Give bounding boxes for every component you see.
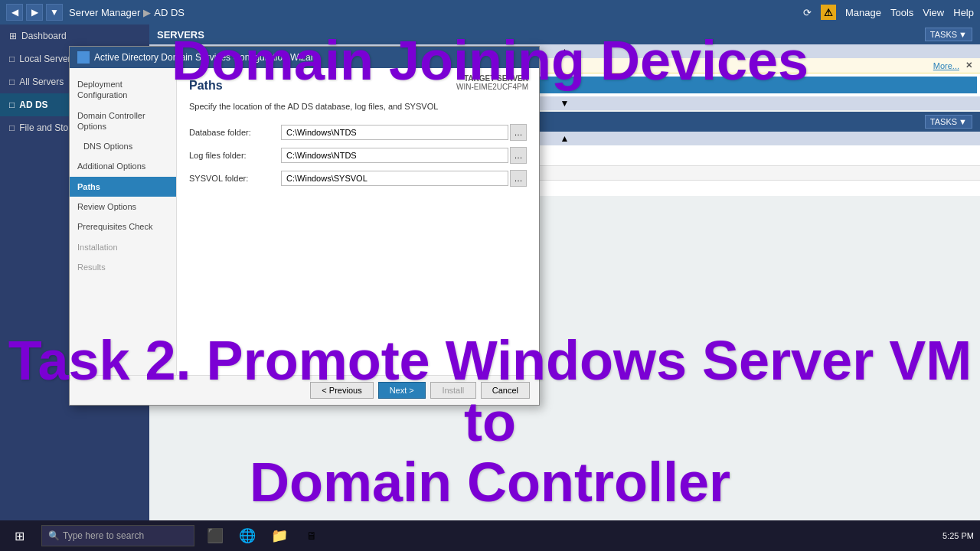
server-manager-taskbar[interactable]: 🖥: [297, 520, 326, 551]
sidebar-label-local-server: Local Server: [19, 54, 70, 64]
breadcrumb: Server Manager ▶ AD DS: [69, 7, 185, 18]
services-tasks-button[interactable]: TASKS ▼: [925, 115, 972, 129]
back-button[interactable]: ◀: [6, 4, 23, 21]
taskbar-tray: 5:25 PM: [942, 531, 980, 540]
dialog-body: Deployment Configuration Domain Controll…: [70, 68, 539, 375]
forward-button[interactable]: ▶: [26, 4, 43, 21]
sidebar-label-all-servers: All Servers: [19, 77, 64, 87]
logfiles-folder-label: Log files folder:: [189, 151, 281, 160]
refresh-icon[interactable]: ⟳: [803, 7, 812, 18]
wizard-nav: Deployment Configuration Domain Controll…: [70, 68, 177, 375]
next-button[interactable]: Next >: [378, 382, 426, 399]
dialog-footer: < Previous Next > Install Cancel: [70, 375, 539, 405]
target-label: TARGET SERVER: [456, 74, 528, 83]
help-menu[interactable]: Help: [953, 7, 974, 18]
servers-title: SERVERS: [157, 29, 204, 41]
services-tasks-icon: ▼: [959, 117, 967, 126]
database-folder-input[interactable]: [281, 125, 508, 140]
database-folder-label: Database folder:: [189, 128, 281, 137]
local-server-icon: □: [9, 54, 15, 64]
sysvol-browse-button[interactable]: …: [510, 170, 527, 187]
sidebar-item-dashboard[interactable]: ⊞ Dashboard: [0, 24, 149, 47]
wizard-content: TARGET SERVER WIN-EIME2UCF4PM Paths Spec…: [177, 68, 539, 375]
install-button: Install: [430, 382, 476, 399]
wizard-step-dc-options[interactable]: Domain Controller Options: [70, 106, 176, 137]
wizard-step-paths[interactable]: Paths: [70, 177, 176, 197]
breadcrumb-sep: ▶: [143, 7, 151, 18]
taskbar: ⊞ 🔍 Type here to search ⬛ 🌐 📁 🖥 5:25 PM: [0, 520, 980, 551]
wizard-step-prereq[interactable]: Prerequisites Check: [70, 217, 176, 236]
wizard-step-results: Results: [70, 257, 176, 277]
app-title: Server Manager: [69, 7, 140, 18]
section-title: AD DS: [154, 7, 185, 18]
title-bar: ◀ ▶ ▼ Server Manager ▶ AD DS ⟳ ⚠ Manage …: [0, 0, 980, 24]
wizard-step-install: Installation: [70, 237, 176, 257]
dialog-title-bar: Active Directory Domain Services Configu…: [70, 47, 539, 68]
dialog-title-text: Active Directory Domain Services Configu…: [94, 52, 318, 63]
wizard-step-additional[interactable]: Additional Options: [70, 156, 176, 176]
sidebar-label-file-storage: File and Sto...: [19, 122, 76, 133]
wizard-step-dns[interactable]: DNS Options: [70, 136, 176, 156]
sidebar-label-adds: AD DS: [19, 99, 47, 110]
servers-toolbar: TASKS ▼: [925, 28, 972, 41]
tasks-dropdown-icon: ▼: [959, 30, 967, 39]
wizard-description: Specify the location of the AD DS databa…: [189, 100, 527, 113]
database-browse-button[interactable]: …: [510, 124, 527, 141]
target-server-name: WIN-EIME2UCF4PM: [456, 83, 528, 91]
manage-menu[interactable]: Manage: [845, 7, 881, 18]
previous-button[interactable]: < Previous: [310, 382, 373, 399]
more-link[interactable]: More...: [933, 61, 959, 70]
adds-icon: □: [9, 99, 15, 110]
tools-menu[interactable]: Tools: [890, 7, 913, 18]
notification-close[interactable]: ✕: [965, 60, 972, 70]
logfiles-browse-button[interactable]: …: [510, 147, 527, 164]
title-bar-actions: ⟳ ⚠ Manage Tools View Help: [803, 5, 974, 20]
dialog-title-icon: [77, 51, 90, 64]
explorer-button[interactable]: 📁: [265, 520, 294, 551]
taskbar-pinned-icons: ⬛ 🌐 📁 🖥: [201, 520, 326, 551]
dropdown-button[interactable]: ▼: [46, 4, 63, 21]
database-folder-row: Database folder: …: [189, 124, 527, 141]
file-storage-icon: □: [9, 122, 15, 133]
view-menu[interactable]: View: [923, 7, 944, 18]
taskview-button[interactable]: ⬛: [201, 520, 230, 551]
dashboard-icon: ⊞: [9, 31, 17, 41]
sysvol-folder-input[interactable]: [281, 171, 508, 186]
logfiles-folder-input[interactable]: [281, 148, 508, 163]
sysvol-folder-label: SYSVOL folder:: [189, 174, 281, 183]
logfiles-folder-row: Log files folder: …: [189, 147, 527, 164]
addsconfig-dialog: Active Directory Domain Services Configu…: [69, 46, 540, 406]
alert-icon: ⚠: [821, 5, 836, 20]
cancel-button[interactable]: Cancel: [481, 382, 530, 399]
search-icon: 🔍: [48, 530, 60, 541]
clock: 5:25 PM: [942, 531, 974, 540]
wizard-step-review[interactable]: Review Options: [70, 197, 176, 217]
sysvol-folder-row: SYSVOL folder: …: [189, 170, 527, 187]
servers-tasks-button[interactable]: TASKS ▼: [925, 28, 972, 41]
search-placeholder: Type here to search: [63, 530, 144, 541]
taskbar-search-bar[interactable]: 🔍 Type here to search: [41, 525, 194, 546]
all-servers-icon: □: [9, 77, 15, 87]
target-server-info: TARGET SERVER WIN-EIME2UCF4PM: [456, 74, 528, 91]
wizard-step-deployment[interactable]: Deployment Configuration: [70, 74, 176, 106]
start-button[interactable]: ⊞: [0, 520, 38, 551]
sidebar-label-dashboard: Dashboard: [21, 31, 67, 41]
servers-header: SERVERS TASKS ▼: [149, 24, 980, 44]
edge-button[interactable]: 🌐: [233, 520, 262, 551]
alert-button[interactable]: ⚠: [821, 5, 836, 20]
nav-controls: ◀ ▶ ▼: [6, 4, 63, 21]
